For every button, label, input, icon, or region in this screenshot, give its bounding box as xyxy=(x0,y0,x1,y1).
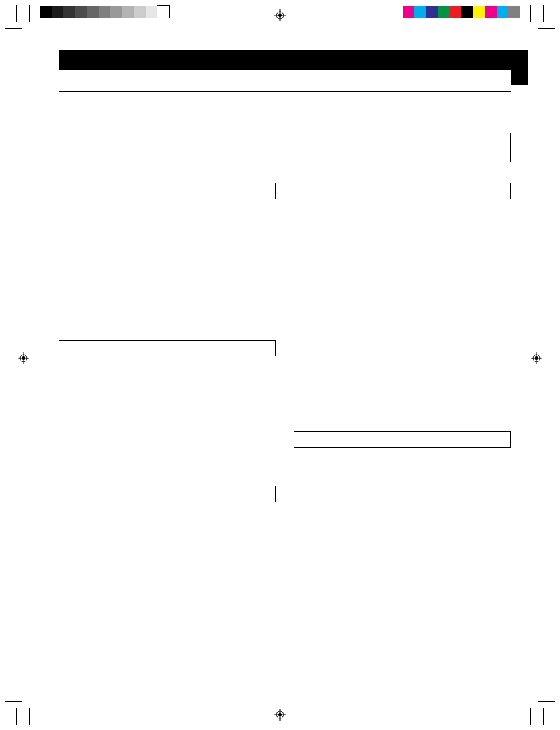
crop-mark xyxy=(29,708,30,725)
crop-mark xyxy=(538,28,555,29)
gray-swatch xyxy=(146,6,157,18)
color-swatch xyxy=(450,6,461,18)
color-swatch xyxy=(485,6,497,18)
crop-mark xyxy=(530,5,531,22)
crop-mark xyxy=(530,708,531,725)
right-box-2 xyxy=(294,431,511,448)
grayscale-calibration-bar xyxy=(40,6,169,18)
side-tab-black xyxy=(511,50,528,85)
crop-mark xyxy=(16,708,17,725)
gray-swatch xyxy=(40,6,52,18)
color-swatch xyxy=(508,6,520,18)
horizontal-rule xyxy=(59,91,511,92)
registration-mark-icon xyxy=(18,352,29,364)
gray-swatch xyxy=(87,6,99,18)
color-swatch xyxy=(426,6,438,18)
gray-swatch xyxy=(134,6,146,18)
registration-mark-icon xyxy=(274,9,286,21)
left-box-1 xyxy=(59,183,276,199)
crop-mark xyxy=(16,5,17,22)
right-box-1 xyxy=(294,183,511,199)
gray-swatch xyxy=(75,6,87,18)
color-swatch xyxy=(461,6,473,18)
right-column xyxy=(294,183,511,502)
left-column xyxy=(59,183,276,502)
color-calibration-bar xyxy=(403,6,520,18)
registration-mark-icon xyxy=(274,709,286,721)
color-swatch xyxy=(414,6,426,18)
left-box-2 xyxy=(59,340,276,356)
crop-mark xyxy=(5,701,22,702)
crop-mark xyxy=(543,5,544,22)
gray-swatch xyxy=(157,6,169,18)
gray-swatch xyxy=(52,6,63,18)
page-content xyxy=(59,50,511,502)
color-swatch xyxy=(403,6,414,18)
header-black-bar xyxy=(59,50,511,70)
crop-mark xyxy=(538,701,555,702)
gray-swatch xyxy=(122,6,134,18)
gray-swatch xyxy=(63,6,75,18)
crop-mark xyxy=(5,28,22,29)
gray-swatch xyxy=(110,6,122,18)
color-swatch xyxy=(473,6,485,18)
color-swatch xyxy=(497,6,508,18)
crop-mark xyxy=(29,5,30,22)
color-swatch xyxy=(438,6,450,18)
full-width-box xyxy=(59,133,511,162)
gray-swatch xyxy=(99,6,110,18)
registration-mark-icon xyxy=(531,352,542,364)
left-box-3 xyxy=(59,486,276,502)
crop-mark xyxy=(543,708,544,725)
